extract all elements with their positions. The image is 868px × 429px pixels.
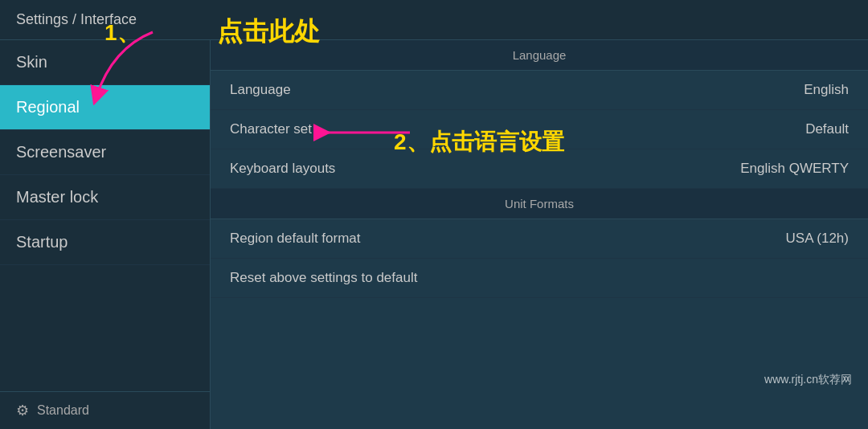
character-set-value: Default [805,121,849,137]
content-area: Language Language English Character set … [211,40,868,429]
gear-icon: ⚙ [16,402,29,419]
sidebar-item-screensaver[interactable]: Screensaver [0,130,210,175]
language-value: English [804,82,849,98]
watermark: www.rjtj.cn软荐网 [764,373,852,387]
reset-settings-label: Reset above settings to default [230,270,417,286]
region-default-format-label: Region default format [230,231,361,247]
step2-text-annotation: 2、点击语言设置 [394,127,564,157]
language-label: Language [230,82,291,98]
unit-formats-section-header: Unit Formats [211,189,868,219]
arrow1-icon [80,24,177,121]
region-default-format-value: USA (12h) [786,231,849,247]
sidebar-footer: ⚙ Standard [0,391,210,429]
region-default-format-row[interactable]: Region default format USA (12h) [211,219,868,259]
keyboard-layouts-value: English QWERTY [740,161,849,177]
step1-text-annotation: 点击此处 [217,14,320,50]
character-set-label: Character set [230,121,312,137]
reset-settings-row[interactable]: Reset above settings to default [211,259,868,298]
keyboard-layouts-label: Keyboard layouts [230,161,335,177]
sidebar-footer-label: Standard [37,403,89,418]
language-row[interactable]: Language English [211,71,868,110]
sidebar-item-startup[interactable]: Startup [0,220,210,265]
sidebar-item-master-lock[interactable]: Master lock [0,175,210,220]
